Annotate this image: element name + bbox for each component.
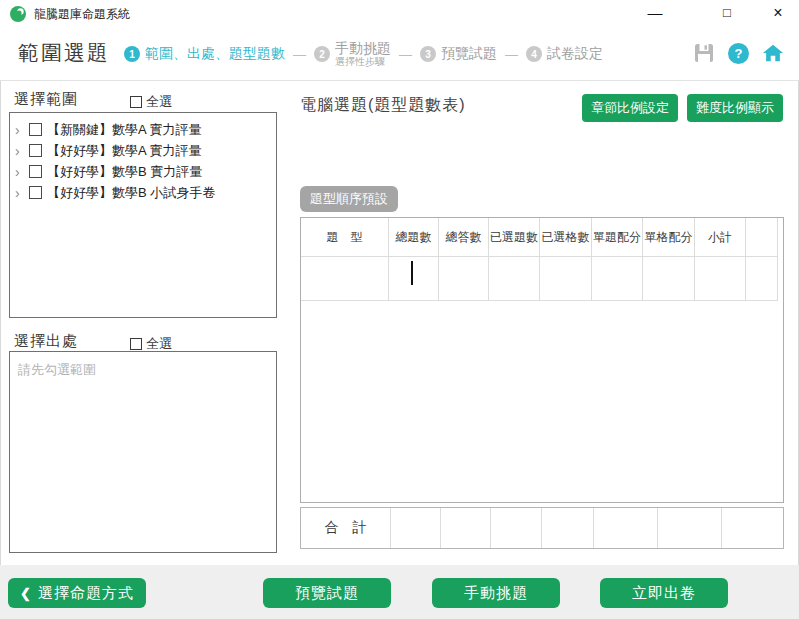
expand-icon[interactable]: › [15, 187, 24, 199]
ratio-buttons: 章節比例設定 難度比例顯示 [582, 94, 783, 122]
table-cell-points-per-blank[interactable] [643, 257, 695, 301]
step-2-circle: 2 [314, 46, 330, 62]
range-select-all[interactable]: 全選 [130, 93, 172, 111]
table-cell-selected-questions[interactable] [489, 257, 540, 301]
step-1-circle: 1 [124, 46, 140, 62]
text-cursor [411, 261, 413, 285]
help-icon[interactable]: ? [728, 43, 749, 64]
preview-questions-button[interactable]: 預覽試題 [263, 578, 391, 608]
book4-label: 【好好學】數學B 小試身手卷 [47, 184, 215, 202]
source-select-all-checkbox[interactable] [130, 338, 142, 350]
app-logo-icon [10, 6, 26, 22]
book4-checkbox[interactable] [29, 186, 42, 199]
source-section-title: 選擇出處 [14, 332, 78, 351]
titlebar: 龍騰題庫命題系統 — □ × [0, 0, 799, 28]
col-header-total-questions: 總題數 [389, 218, 439, 257]
step-preview[interactable]: 3 預覽試題 [420, 45, 497, 63]
col-header-subtotal: 小計 [695, 218, 746, 257]
step-separator: — [399, 47, 412, 62]
book1-checkbox[interactable] [29, 123, 42, 136]
range-select-all-checkbox[interactable] [130, 96, 142, 108]
col-header-total-answers: 總答數 [439, 218, 489, 257]
difficulty-ratio-button[interactable]: 難度比例顯示 [687, 94, 783, 122]
source-list: 請先勾選範圍 [9, 351, 277, 553]
close-button[interactable]: × [763, 0, 793, 28]
total-cell [722, 508, 783, 548]
total-cell [542, 508, 594, 548]
expand-icon[interactable]: › [15, 145, 24, 157]
app-window: { "window": { "title": "龍騰題庫命題系統", "mini… [0, 0, 799, 619]
save-icon[interactable] [693, 42, 715, 64]
step-4-label: 試卷設定 [547, 45, 603, 63]
book3-label: 【好好學】數學B 實力評量 [47, 163, 202, 181]
table-cell-blank[interactable] [746, 257, 778, 301]
home-icon[interactable] [762, 42, 784, 64]
back-button-label: 選擇命題方式 [38, 584, 134, 603]
chapter-ratio-button[interactable]: 章節比例設定 [582, 94, 678, 122]
question-order-preset-button[interactable]: 題型順序預設 [300, 186, 398, 212]
step-indicator: 1 範圍、出處、題型題數 — 2 手動挑題 選擇性步驟 — 3 預覽試題 — 4… [124, 28, 603, 80]
col-header-type: 題 型 [301, 218, 389, 257]
minimize-button[interactable]: — [640, 0, 670, 28]
step-separator: — [293, 47, 306, 62]
total-cell [658, 508, 722, 548]
page-title: 範圍選題 [18, 39, 110, 67]
source-placeholder: 請先勾選範圍 [18, 362, 96, 377]
table-cell-points-per-question[interactable] [592, 257, 643, 301]
question-type-table: 題 型 總題數 總答數 已選題數 已選格數 單題配分 單格配分 小計 [300, 217, 784, 503]
book2-label: 【好好學】數學A 實力評量 [47, 142, 202, 160]
table-cell-total-answers[interactable] [439, 257, 489, 301]
step-2-sublabel: 選擇性步驟 [335, 56, 391, 67]
back-to-method-button[interactable]: ❮ 選擇命題方式 [8, 578, 146, 608]
total-cell [491, 508, 542, 548]
generate-paper-button[interactable]: 立即出卷 [600, 578, 728, 608]
maximize-button[interactable]: □ [712, 0, 742, 28]
tree-item-book3[interactable]: › 【好好學】數學B 實力評量 [10, 161, 276, 182]
total-cell [441, 508, 491, 548]
tree-item-book1[interactable]: › 【新關鍵】數學A 實力評量 [10, 119, 276, 140]
book2-checkbox[interactable] [29, 144, 42, 157]
total-row: 合 計 [300, 507, 784, 549]
step-1-label: 範圍、出處、題型題數 [145, 45, 285, 63]
header: 範圍選題 1 範圍、出處、題型題數 — 2 手動挑題 選擇性步驟 — 3 預覽試… [0, 28, 799, 81]
step-manual-pick[interactable]: 2 手動挑題 選擇性步驟 [314, 41, 391, 67]
table-cell-selected-blanks[interactable] [540, 257, 592, 301]
footer-bar: ❮ 選擇命題方式 預覽試題 手動挑題 立即出卷 [0, 565, 799, 619]
expand-icon[interactable]: › [15, 124, 24, 136]
total-cell [391, 508, 441, 548]
col-header-blank [746, 218, 778, 257]
col-header-points-per-blank: 單格配分 [643, 218, 695, 257]
computer-selection-title: 電腦選題(題型題數表) [300, 95, 466, 116]
step-3-circle: 3 [420, 46, 436, 62]
range-select-all-label: 全選 [146, 93, 172, 111]
window-title: 龍騰題庫命題系統 [34, 0, 130, 28]
col-header-points-per-question: 單題配分 [592, 218, 643, 257]
step-range[interactable]: 1 範圍、出處、題型題數 [124, 45, 285, 63]
header-icons: ? [693, 42, 784, 64]
step-2-label: 手動挑題 [335, 41, 391, 56]
col-header-selected-blanks: 已選格數 [540, 218, 592, 257]
step-separator: — [505, 47, 518, 62]
tree-item-book4[interactable]: › 【好好學】數學B 小試身手卷 [10, 182, 276, 203]
tree-item-book2[interactable]: › 【好好學】數學A 實力評量 [10, 140, 276, 161]
range-tree: › 【新關鍵】數學A 實力評量 › 【好好學】數學A 實力評量 › 【好好學】數… [9, 112, 277, 318]
total-cell [594, 508, 658, 548]
back-chevron-icon: ❮ [20, 586, 32, 601]
table-cell-type[interactable] [301, 257, 389, 301]
step-4-circle: 4 [526, 46, 542, 62]
table-cell-total-questions[interactable] [389, 257, 439, 301]
book1-label: 【新關鍵】數學A 實力評量 [47, 121, 202, 139]
expand-icon[interactable]: › [15, 166, 24, 178]
col-header-selected-questions: 已選題數 [489, 218, 540, 257]
step-paper-settings[interactable]: 4 試卷設定 [526, 45, 603, 63]
total-label: 合 計 [301, 508, 391, 548]
step-3-label: 預覽試題 [441, 45, 497, 63]
manual-pick-button[interactable]: 手動挑題 [432, 578, 560, 608]
range-section-title: 選擇範圍 [14, 90, 78, 109]
table-cell-subtotal[interactable] [695, 257, 746, 301]
book3-checkbox[interactable] [29, 165, 42, 178]
